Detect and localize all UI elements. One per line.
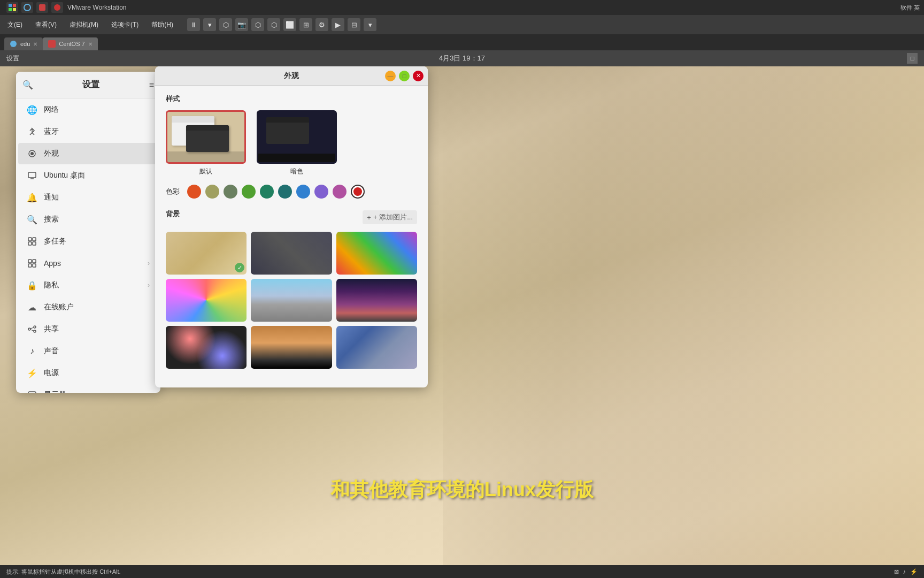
toolbar-restore[interactable]: ⬡ xyxy=(251,18,264,31)
nav-item-appearance[interactable]: 外观 xyxy=(18,143,158,164)
toolbar-fullscreen[interactable]: ⬜ xyxy=(283,18,296,31)
svg-rect-20 xyxy=(33,264,36,267)
menu-file[interactable]: 文(E) xyxy=(4,18,26,32)
bg-thumb-bokeh[interactable] xyxy=(166,326,247,369)
preview-dark-window xyxy=(266,117,309,144)
color-swatch-teal[interactable] xyxy=(260,185,274,199)
color-swatch-purple[interactable] xyxy=(314,185,328,199)
vm-topbar-window-icon[interactable]: □ xyxy=(907,53,918,64)
nav-item-share[interactable]: 共享 xyxy=(18,318,158,340)
settings-header: 🔍 设置 ≡ xyxy=(16,72,160,98)
nav-item-notify[interactable]: 🔔 通知 xyxy=(18,187,158,208)
vm-topbar-settings-label: 设置 xyxy=(6,54,19,63)
color-swatch-cyan[interactable] xyxy=(278,185,292,199)
settings-search-icon[interactable]: 🔍 xyxy=(22,80,33,90)
tab-centos7[interactable]: CentOS 7 ✕ xyxy=(43,37,97,50)
vmware-tabbar: edu ✕ CentOS 7 ✕ xyxy=(0,34,924,50)
app-icon-2 xyxy=(21,2,33,13)
dialog-close-btn[interactable]: ✕ xyxy=(413,71,424,81)
color-swatch-red[interactable] xyxy=(351,185,365,199)
nav-item-sound[interactable]: ♪ 声音 xyxy=(18,340,158,362)
tab-edu-icon xyxy=(10,40,17,48)
color-swatch-pink[interactable] xyxy=(333,185,346,199)
settings-title: 设置 xyxy=(38,79,144,90)
color-swatch-tan[interactable] xyxy=(205,185,219,199)
bg-thumb-pencils-dark[interactable] xyxy=(251,232,332,275)
toolbar-view-arrow[interactable]: ▾ xyxy=(364,18,376,31)
tab-centos-close[interactable]: ✕ xyxy=(88,41,93,47)
nav-item-online-accounts[interactable]: ☁ 在线账户 xyxy=(18,296,158,318)
nav-item-power[interactable]: ⚡ 电源 xyxy=(18,362,158,384)
settings-nav: 🌐 网络 蓝牙 外观 Ubuntu 桌面 xyxy=(16,98,160,393)
svg-rect-26 xyxy=(28,392,36,393)
nav-item-network[interactable]: 🌐 网络 xyxy=(18,99,158,120)
toolbar-view2[interactable]: ⊟ xyxy=(348,18,360,31)
bg-thumb-sunset[interactable] xyxy=(336,279,417,322)
vm-topbar-datetime: 4月3日 19：17 xyxy=(439,54,485,63)
apps-arrow-icon: › xyxy=(148,260,150,267)
bg-thumb-books[interactable] xyxy=(336,326,417,369)
nav-display-label: 显示器 xyxy=(44,390,150,393)
share-icon xyxy=(27,324,37,334)
theme-option-light[interactable]: 默认 xyxy=(166,110,246,176)
dialog-minimize-btn[interactable]: — xyxy=(385,71,396,81)
menu-help[interactable]: 帮助(H) xyxy=(148,18,176,32)
bg-section-title: 背景 xyxy=(166,209,180,219)
theme-label-light: 默认 xyxy=(199,167,212,176)
toolbar-snap[interactable]: 📷 xyxy=(235,18,248,31)
toolbar-settings[interactable]: ⚙ xyxy=(315,18,328,31)
bg-thumb-pencils-color[interactable] xyxy=(336,232,417,275)
bg-thumb-pencils-radial[interactable] xyxy=(166,279,247,322)
vmware-app-icons xyxy=(6,2,63,13)
color-swatch-green[interactable] xyxy=(242,185,256,199)
nav-network-label: 网络 xyxy=(44,105,150,115)
toolbar-dropdown[interactable]: ▾ xyxy=(203,18,216,31)
svg-point-6 xyxy=(54,4,60,11)
color-swatch-orange[interactable] xyxy=(187,185,201,199)
tab-edu[interactable]: edu ✕ xyxy=(4,37,43,50)
settings-menu-icon[interactable]: ≡ xyxy=(149,80,154,90)
theme-option-dark[interactable]: 暗色 xyxy=(257,110,337,176)
bg-thumb-silhouette[interactable] xyxy=(251,326,332,369)
bg-thumb-mountain[interactable] xyxy=(251,279,332,322)
menu-tab[interactable]: 选项卡(T) xyxy=(108,18,142,32)
color-swatch-blue[interactable] xyxy=(296,185,310,199)
bg-add-button[interactable]: + + 添加图片... xyxy=(363,210,417,224)
privacy-arrow-icon: › xyxy=(148,282,150,289)
preview-window-dark xyxy=(186,125,229,152)
toolbar-send[interactable]: ⬡ xyxy=(219,18,232,31)
menu-vm[interactable]: 虚拟机(M) xyxy=(66,18,102,32)
tab-edu-close[interactable]: ✕ xyxy=(33,41,37,47)
tab-centos-icon xyxy=(48,40,56,48)
display-icon xyxy=(27,390,37,393)
nav-item-ubuntu-desktop[interactable]: Ubuntu 桌面 xyxy=(18,165,158,186)
nav-item-apps[interactable]: Apps › xyxy=(18,253,158,274)
dialog-maximize-btn[interactable]: □ xyxy=(399,71,410,81)
bg-thumb-stationery[interactable] xyxy=(166,232,247,275)
toolbar-suspend[interactable]: ⬡ xyxy=(267,18,280,31)
vmware-menubar: 文(E) 查看(V) 虚拟机(M) 选项卡(T) 帮助(H) ⏸ ▾ ⬡ 📷 ⬡… xyxy=(0,15,924,34)
svg-rect-15 xyxy=(28,242,32,245)
svg-rect-11 xyxy=(28,172,36,178)
toolbar-unity[interactable]: ⊞ xyxy=(299,18,312,31)
nav-item-multitask[interactable]: 多任务 xyxy=(18,231,158,252)
color-swatch-sage[interactable] xyxy=(224,185,237,199)
svg-point-7 xyxy=(10,41,17,47)
nav-item-bluetooth[interactable]: 蓝牙 xyxy=(18,121,158,142)
svg-rect-14 xyxy=(33,238,36,241)
menu-view[interactable]: 查看(V) xyxy=(32,18,60,32)
nav-item-display[interactable]: 显示器 xyxy=(18,384,158,393)
tab-edu-label: edu xyxy=(20,41,30,47)
status-bar: 提示: 将鼠标指针从虚拟机中移出按 Ctrl+Alt. ⊠ ♪ ⚡ xyxy=(0,565,924,578)
nav-sound-label: 声音 xyxy=(44,346,150,356)
vm-topbar: 设置 4月3日 19：17 □ xyxy=(0,50,924,66)
dialog-title: 外观 xyxy=(284,71,299,81)
toolbar-pause[interactable]: ⏸ xyxy=(187,18,200,31)
nav-item-search[interactable]: 🔍 搜索 xyxy=(18,209,158,230)
svg-rect-2 xyxy=(9,8,12,11)
power-icon: ⚡ xyxy=(27,368,37,378)
toolbar-console[interactable]: ▶ xyxy=(332,18,344,31)
nav-item-privacy[interactable]: 🔒 隐私 › xyxy=(18,275,158,296)
appearance-icon xyxy=(27,148,37,159)
bg-add-icon: + xyxy=(367,214,371,222)
